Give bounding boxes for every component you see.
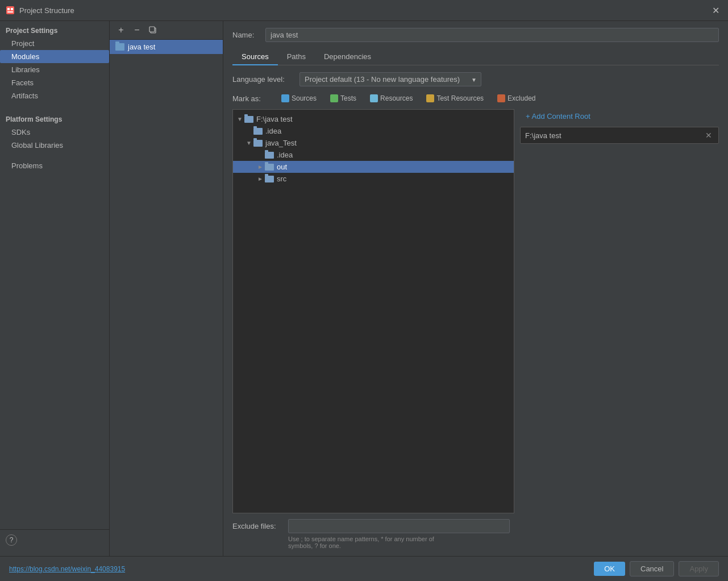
tree-panel[interactable]: ▼ F:\java test .idea ▼	[232, 109, 514, 513]
language-level-label: Language level:	[232, 75, 295, 84]
sidebar-item-modules[interactable]: Modules	[0, 50, 109, 63]
sidebar-item-global-libraries[interactable]: Global Libraries	[0, 139, 109, 152]
project-structure-dialog: Project Structure ✕ Project Settings Pro…	[0, 0, 728, 581]
sidebar-item-project[interactable]: Project	[0, 37, 109, 50]
name-label: Name:	[232, 31, 261, 39]
tree-node-java-test[interactable]: ▼ java_Test	[233, 137, 514, 149]
tab-paths[interactable]: Paths	[278, 49, 315, 65]
title-bar: Project Structure ✕	[0, 0, 728, 21]
mark-as-label: Mark as:	[232, 94, 272, 103]
tree-node-idea2[interactable]: .idea	[233, 149, 514, 161]
tree-toggle-java-test[interactable]: ▼	[244, 140, 253, 146]
mark-as-row: Mark as: Sources Tests Resources Test Re…	[232, 93, 719, 103]
exclude-hint: Use ; to separate name patterns, * for a…	[288, 536, 719, 549]
tab-dependencies[interactable]: Dependencies	[315, 49, 380, 65]
tree-folder-icon-root	[244, 116, 253, 123]
svg-rect-0	[6, 6, 14, 14]
tree-node-root[interactable]: ▼ F:\java test	[233, 113, 514, 125]
tree-toggle-out[interactable]: ►	[256, 164, 265, 170]
tree-folder-icon-idea1	[253, 128, 263, 135]
mark-as-excluded[interactable]: Excluded	[493, 93, 540, 103]
module-item[interactable]: java test	[110, 40, 223, 54]
footer-link[interactable]: https://blog.csdn.net/weixin_44083915	[9, 565, 125, 573]
sidebar-item-facets[interactable]: Facets	[0, 76, 109, 89]
module-panel: + − java test	[110, 21, 223, 556]
lang-row: Language level: Project default (13 - No…	[232, 72, 719, 86]
tree-node-src[interactable]: ► src	[233, 173, 514, 185]
cancel-button[interactable]: Cancel	[630, 561, 674, 576]
tree-node-idea1[interactable]: .idea	[233, 125, 514, 137]
tree-folder-icon-idea2	[265, 152, 274, 159]
apply-button[interactable]: Apply	[679, 561, 719, 576]
exclude-files-input[interactable]	[288, 519, 510, 533]
close-button[interactable]: ✕	[709, 3, 722, 17]
add-content-root-button[interactable]: + Add Content Root	[520, 109, 719, 123]
roots-panel: + Add Content Root F:\java test ✕	[514, 109, 719, 513]
tree-toggle-src[interactable]: ►	[256, 176, 265, 182]
tab-sources[interactable]: Sources	[232, 49, 278, 65]
tree-folder-icon-java-test	[253, 140, 263, 147]
tree-folder-icon-out	[265, 164, 274, 171]
excluded-badge-icon	[497, 94, 505, 102]
mark-as-sources[interactable]: Sources	[277, 93, 321, 103]
content-root-item: F:\java test ✕	[520, 127, 719, 144]
language-level-select[interactable]: Project default (13 - No new language fe…	[299, 72, 481, 86]
footer-left: https://blog.csdn.net/weixin_44083915	[9, 565, 125, 573]
svg-rect-1	[7, 8, 10, 10]
sidebar-item-libraries[interactable]: Libraries	[0, 63, 109, 76]
right-panel: Name: Sources Paths Dependencies Languag…	[223, 21, 728, 556]
divider	[0, 106, 109, 106]
mark-as-test-resources[interactable]: Test Resources	[422, 93, 488, 103]
remove-module-button[interactable]: −	[130, 23, 144, 37]
divider2	[0, 155, 109, 156]
remove-root-button[interactable]: ✕	[704, 130, 714, 140]
dialog-footer: https://blog.csdn.net/weixin_44083915 OK…	[0, 556, 728, 581]
tree-node-out[interactable]: ► out	[233, 161, 514, 173]
sidebar: Project Settings Project Modules Librari…	[0, 21, 110, 556]
platform-settings-label: Platform Settings	[0, 110, 109, 126]
resources-badge-icon	[370, 94, 378, 102]
exclude-section: Use ; to separate name patterns, * for a…	[288, 519, 719, 549]
tabs: Sources Paths Dependencies	[232, 49, 719, 65]
svg-rect-2	[11, 8, 13, 10]
ok-button[interactable]: OK	[594, 562, 625, 576]
exclude-files-label: Exclude files:	[232, 519, 284, 530]
test-resources-badge-icon	[426, 94, 434, 102]
help-button[interactable]: ?	[6, 534, 17, 546]
name-input[interactable]	[265, 28, 719, 42]
title-bar-text: Project Structure	[19, 6, 709, 15]
name-row: Name:	[232, 28, 719, 42]
module-toolbar: + −	[110, 21, 223, 40]
module-folder-icon	[115, 43, 124, 51]
app-icon	[6, 6, 15, 15]
sidebar-item-sdks[interactable]: SDKs	[0, 126, 109, 139]
svg-rect-5	[149, 27, 155, 32]
tree-and-roots: ▼ F:\java test .idea ▼	[232, 109, 719, 513]
footer-right: OK Cancel Apply	[594, 561, 719, 576]
svg-rect-3	[7, 11, 13, 13]
mark-as-tests[interactable]: Tests	[326, 93, 361, 103]
project-settings-label: Project Settings	[0, 21, 109, 37]
tree-toggle-root[interactable]: ▼	[235, 116, 244, 122]
copy-module-button[interactable]	[146, 23, 160, 37]
exclude-row: Exclude files: Use ; to separate name pa…	[232, 519, 719, 549]
tree-folder-icon-src	[265, 176, 274, 182]
sidebar-item-problems[interactable]: Problems	[0, 159, 109, 172]
sources-badge-icon	[281, 94, 289, 102]
mark-as-resources[interactable]: Resources	[365, 93, 417, 103]
sidebar-bottom: ?	[0, 529, 109, 550]
language-level-wrapper: Project default (13 - No new language fe…	[299, 72, 481, 86]
main-content: Project Settings Project Modules Librari…	[0, 21, 728, 556]
module-list: java test	[110, 40, 223, 556]
sidebar-item-artifacts[interactable]: Artifacts	[0, 89, 109, 102]
tests-badge-icon	[330, 94, 338, 102]
add-module-button[interactable]: +	[114, 23, 128, 37]
